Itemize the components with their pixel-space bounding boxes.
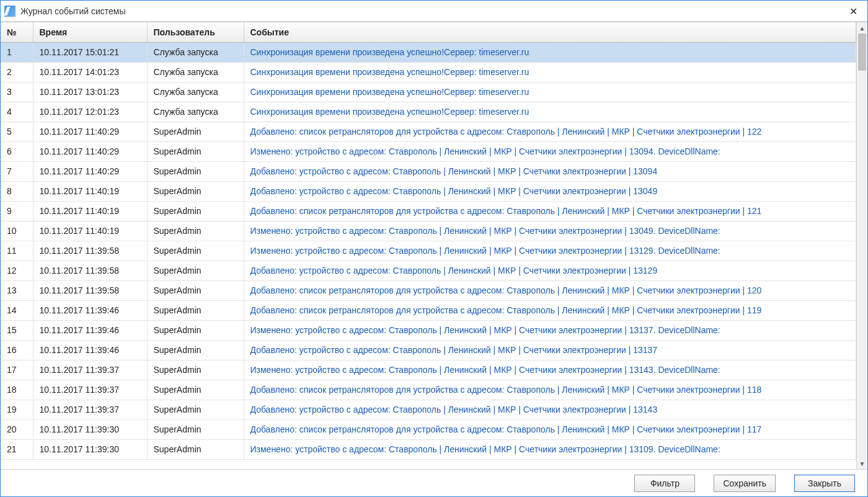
footer-bar: Фильтр Сохранить Закрыть (1, 469, 867, 496)
grid-container: № Время Пользователь Событие 110.11.2017… (1, 22, 867, 469)
cell-user: SuperAdmin (147, 221, 244, 241)
cell-user: SuperAdmin (147, 320, 244, 340)
cell-user: SuperAdmin (147, 201, 244, 221)
cell-user: SuperAdmin (147, 241, 244, 261)
cell-time: 10.11.2017 11:39:58 (33, 241, 147, 261)
cell-event: Добавлено: список ретрансляторов для уст… (244, 122, 856, 141)
cell-num: 13 (1, 280, 33, 300)
cell-event: Изменено: устройство с адресом: Ставропо… (244, 360, 856, 380)
table-row[interactable]: 1010.11.2017 11:40:19SuperAdminИзменено:… (1, 221, 856, 241)
system-log-window: Журнал событий системы ✕ № Время Пользов… (0, 0, 868, 497)
cell-user: Служба запуска (147, 82, 244, 102)
cell-time: 10.11.2017 11:39:46 (33, 340, 147, 360)
cell-user: SuperAdmin (147, 419, 244, 439)
cell-user: SuperAdmin (147, 141, 244, 161)
table-row[interactable]: 910.11.2017 11:40:19SuperAdminДобавлено:… (1, 201, 856, 221)
table-row[interactable]: 1510.11.2017 11:39:46SuperAdminИзменено:… (1, 320, 856, 340)
cell-event: Добавлено: устройство с адресом: Ставроп… (244, 261, 856, 280)
cell-time: 10.11.2017 11:40:19 (33, 201, 147, 221)
scroll-up-arrow-icon[interactable]: ▲ (857, 22, 867, 34)
cell-time: 10.11.2017 14:01:23 (33, 62, 147, 82)
cell-num: 15 (1, 320, 33, 340)
filter-button[interactable]: Фильтр (634, 475, 695, 492)
cell-user: Служба запуска (147, 102, 244, 122)
cell-time: 10.11.2017 11:39:37 (33, 400, 147, 419)
table-row[interactable]: 710.11.2017 11:40:29SuperAdminДобавлено:… (1, 161, 856, 181)
cell-num: 14 (1, 300, 33, 320)
window-title: Журнал событий системы (20, 6, 126, 16)
titlebar: Журнал событий системы ✕ (1, 1, 867, 22)
table-row[interactable]: 410.11.2017 12:01:23Служба запускаСинхро… (1, 102, 856, 122)
save-button[interactable]: Сохранить (714, 475, 776, 492)
table-row[interactable]: 2010.11.2017 11:39:30SuperAdminДобавлено… (1, 419, 856, 439)
cell-user: SuperAdmin (147, 360, 244, 380)
close-button[interactable]: Закрыть (794, 475, 855, 492)
cell-num: 9 (1, 201, 33, 221)
scroll-down-arrow-icon[interactable]: ▼ (857, 458, 867, 469)
cell-event: Синхронизация времени произведена успешн… (244, 42, 856, 62)
cell-event: Изменено: устройство с адресом: Ставропо… (244, 221, 856, 241)
table-row[interactable]: 1110.11.2017 11:39:58SuperAdminИзменено:… (1, 241, 856, 261)
table-row[interactable]: 2110.11.2017 11:39:30SuperAdminИзменено:… (1, 439, 856, 459)
cell-time: 10.11.2017 15:01:21 (33, 42, 147, 62)
cell-num: 2 (1, 62, 33, 82)
table-row[interactable]: 1810.11.2017 11:39:37SuperAdminДобавлено… (1, 380, 856, 400)
cell-event: Изменено: устройство с адресом: Ставропо… (244, 320, 856, 340)
col-header-time[interactable]: Время (33, 22, 147, 42)
table-row[interactable]: 1910.11.2017 11:39:37SuperAdminДобавлено… (1, 400, 856, 419)
cell-num: 16 (1, 340, 33, 360)
cell-num: 12 (1, 261, 33, 280)
header-row: № Время Пользователь Событие (1, 22, 856, 42)
table-row[interactable]: 1610.11.2017 11:39:46SuperAdminДобавлено… (1, 340, 856, 360)
cell-user: Служба запуска (147, 62, 244, 82)
vertical-scrollbar[interactable]: ▲ ▼ (856, 22, 867, 469)
col-header-num[interactable]: № (1, 22, 33, 42)
col-header-event[interactable]: Событие (244, 22, 856, 42)
cell-time: 10.11.2017 11:40:19 (33, 221, 147, 241)
cell-num: 3 (1, 82, 33, 102)
table-row[interactable]: 1310.11.2017 11:39:58SuperAdminДобавлено… (1, 280, 856, 300)
cell-time: 10.11.2017 11:39:37 (33, 380, 147, 400)
cell-event: Синхронизация времени произведена успешн… (244, 82, 856, 102)
cell-num: 20 (1, 419, 33, 439)
table-row[interactable]: 1710.11.2017 11:39:37SuperAdminИзменено:… (1, 360, 856, 380)
col-header-user[interactable]: Пользователь (147, 22, 244, 42)
cell-user: SuperAdmin (147, 400, 244, 419)
cell-user: SuperAdmin (147, 261, 244, 280)
cell-num: 17 (1, 360, 33, 380)
events-table: № Время Пользователь Событие 110.11.2017… (1, 22, 856, 460)
table-row[interactable]: 210.11.2017 14:01:23Служба запускаСинхро… (1, 62, 856, 82)
cell-num: 8 (1, 181, 33, 201)
table-row[interactable]: 810.11.2017 11:40:19SuperAdminДобавлено:… (1, 181, 856, 201)
table-row[interactable]: 110.11.2017 15:01:21Служба запускаСинхро… (1, 42, 856, 62)
cell-num: 7 (1, 161, 33, 181)
table-row[interactable]: 1210.11.2017 11:39:58SuperAdminДобавлено… (1, 261, 856, 280)
cell-num: 18 (1, 380, 33, 400)
cell-num: 1 (1, 42, 33, 62)
cell-num: 6 (1, 141, 33, 161)
table-row[interactable]: 610.11.2017 11:40:29SuperAdminИзменено: … (1, 141, 856, 161)
scroll-track[interactable] (857, 34, 867, 458)
cell-time: 10.11.2017 11:40:29 (33, 122, 147, 141)
cell-time: 10.11.2017 11:40:29 (33, 161, 147, 181)
cell-event: Добавлено: список ретрансляторов для уст… (244, 280, 856, 300)
cell-event: Добавлено: устройство с адресом: Ставроп… (244, 181, 856, 201)
cell-time: 10.11.2017 11:40:19 (33, 181, 147, 201)
table-row[interactable]: 510.11.2017 11:40:29SuperAdminДобавлено:… (1, 122, 856, 141)
cell-num: 4 (1, 102, 33, 122)
cell-num: 5 (1, 122, 33, 141)
cell-time: 10.11.2017 13:01:23 (33, 82, 147, 102)
scroll-thumb[interactable] (858, 34, 866, 71)
close-icon: ✕ (849, 6, 857, 17)
table-row[interactable]: 310.11.2017 13:01:23Служба запускаСинхро… (1, 82, 856, 102)
cell-time: 10.11.2017 11:39:58 (33, 261, 147, 280)
app-icon (4, 6, 16, 17)
cell-event: Изменено: устройство с адресом: Ставропо… (244, 141, 856, 161)
table-row[interactable]: 1410.11.2017 11:39:46SuperAdminДобавлено… (1, 300, 856, 320)
window-close-button[interactable]: ✕ (839, 1, 867, 22)
cell-num: 19 (1, 400, 33, 419)
cell-time: 10.11.2017 11:39:30 (33, 419, 147, 439)
cell-num: 21 (1, 439, 33, 459)
cell-user: SuperAdmin (147, 161, 244, 181)
cell-event: Добавлено: устройство с адресом: Ставроп… (244, 400, 856, 419)
